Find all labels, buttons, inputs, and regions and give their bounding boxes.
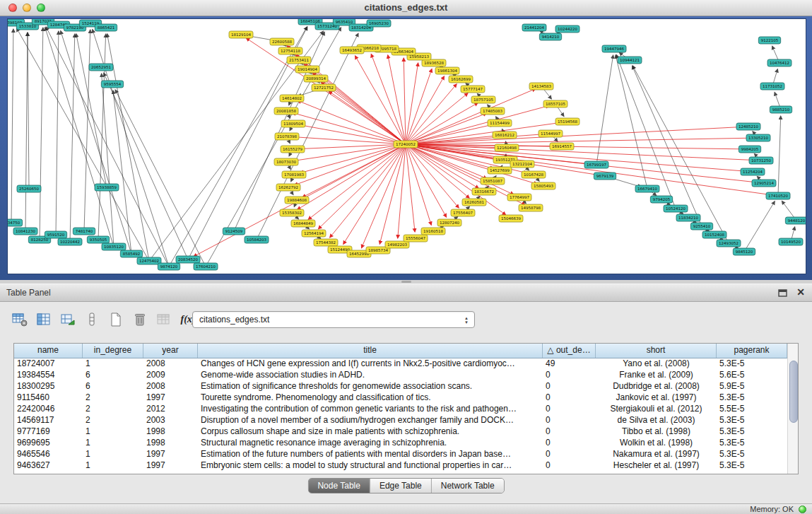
network-edge[interactable] [300,145,402,173]
table-settings-icon[interactable] [10,310,30,329]
column-header[interactable]: pagerank [717,344,787,358]
network-node[interactable]: 9255410 [690,223,712,230]
network-node[interactable]: 11544997 [539,130,563,137]
network-node[interactable]: 10841230 [13,228,37,235]
network-view[interactable]: 1724005218129104226005881275411821753411… [7,18,806,274]
network-node[interactable]: 16162699 [449,76,473,83]
network-node[interactable]: 9134750 [8,219,23,226]
network-edge[interactable] [45,28,113,244]
network-edge[interactable] [772,46,778,59]
network-node[interactable]: 9679139 [594,173,616,180]
network-edge[interactable] [409,127,742,144]
network-node[interactable]: 16493652 [340,47,364,54]
network-node[interactable]: 11154499 [488,119,512,127]
network-edge[interactable] [329,91,402,142]
network-node[interactable]: 9885210 [770,106,792,113]
network-node[interactable]: 10244220 [555,25,579,33]
network-node[interactable]: 16262792 [276,184,300,191]
network-edge[interactable] [294,204,295,207]
tab-network-table[interactable]: Network Table [432,479,504,493]
network-node[interactable]: 9595554 [101,81,123,88]
network-edge[interactable] [398,148,406,238]
network-node[interactable]: 12493052 [717,240,741,247]
network-edge[interactable] [408,146,478,189]
network-edge[interactable] [408,103,478,142]
network-edge[interactable] [778,116,781,192]
network-node[interactable]: 16905230 [367,20,391,27]
network-node[interactable]: 10167428 [522,171,546,178]
network-node[interactable]: 17410520 [766,192,790,199]
network-node[interactable]: 20899314 [304,75,328,82]
network-node[interactable]: 11731052 [760,83,784,90]
network-edge[interactable] [746,201,775,249]
network-node[interactable]: 9591520 [45,231,66,238]
network-node[interactable]: 10835120 [102,243,126,250]
network-node[interactable]: 19160518 [421,228,445,235]
network-node[interactable]: 8585492 [120,250,142,257]
network-node[interactable]: 20081858 [274,107,298,115]
network-edge[interactable] [299,144,402,148]
network-node[interactable]: 17240052 [394,141,418,148]
network-node[interactable]: 12475402 [137,257,161,264]
network-edge[interactable] [404,58,406,141]
network-node[interactable]: 18316672 [472,188,496,195]
table-row[interactable]: 1872400712008Changes of HCN gene express… [14,358,787,369]
table-row[interactable]: 969969511998Structural magnetic resonanc… [14,437,787,448]
network-node[interactable]: 9350505 [87,236,109,243]
column-header[interactable]: △ out_de… [543,344,596,358]
network-node[interactable]: 17544382 [314,239,338,246]
column-header[interactable]: in_degree [83,344,143,358]
network-edge[interactable] [558,107,564,116]
network-node[interactable]: 10220442 [58,238,82,245]
column-header[interactable]: title [198,344,543,358]
column-header[interactable]: short [596,344,717,358]
network-node[interactable]: 16260581 [462,199,486,206]
network-node[interactable]: 15556047 [404,235,428,242]
network-node[interactable]: 18073030 [274,158,298,165]
network-node[interactable]: 15358302 [280,209,304,216]
network-edge[interactable] [792,227,794,238]
network-node[interactable]: 14982203 [385,241,409,248]
row-options-icon[interactable] [82,310,102,329]
network-node[interactable]: 16679410 [635,185,659,192]
network-edge[interactable] [543,89,551,99]
network-node[interactable]: 10944121 [618,57,642,64]
network-node[interactable]: 15938859 [95,184,119,191]
network-node[interactable]: 8865421 [95,24,117,31]
network-edge[interactable] [312,73,403,142]
network-node[interactable]: 17604210 [194,263,218,270]
network-node[interactable]: 10149520 [779,238,803,245]
network-edge[interactable] [330,147,404,238]
network-edge[interactable] [597,55,613,161]
network-node[interactable]: 12754118 [278,47,302,54]
network-node[interactable]: 9122105 [758,37,780,44]
network-node[interactable]: 16799197 [584,161,608,168]
table-row[interactable]: 1830029562008Estimation of significance … [14,380,787,392]
network-node[interactable]: 9794205 [650,196,672,203]
network-edge[interactable] [104,73,187,256]
new-document-icon[interactable] [106,310,126,329]
network-node[interactable]: 9124509 [223,228,245,235]
network-node[interactable]: 18129104 [229,31,253,38]
network-node[interactable]: 14527699 [488,167,512,174]
network-edge[interactable] [84,30,90,228]
network-node[interactable]: 20652951 [89,64,113,71]
network-node[interactable]: 17081983 [282,171,306,178]
network-edge[interactable] [407,148,432,226]
network-node[interactable]: 16816212 [493,132,517,139]
network-node[interactable]: 17556407 [451,209,475,216]
column-header[interactable]: year [143,344,198,358]
network-node[interactable]: 10476412 [767,59,792,66]
network-node[interactable]: 12905214 [752,180,776,187]
network-edge[interactable] [102,74,114,243]
network-node[interactable]: 11834210 [676,214,700,221]
import-table-icon[interactable] [154,310,174,329]
network-edge[interactable] [408,93,468,142]
network-node[interactable]: 18757105 [471,96,495,103]
network-node[interactable]: 10524120 [664,205,688,212]
network-edge[interactable] [409,145,772,195]
network-node[interactable]: 16844849 [291,220,315,227]
network-node[interactable]: 15851087 [481,177,505,185]
network-node[interactable]: 12564194 [302,230,326,237]
tab-edge-table[interactable]: Edge Table [370,479,432,493]
